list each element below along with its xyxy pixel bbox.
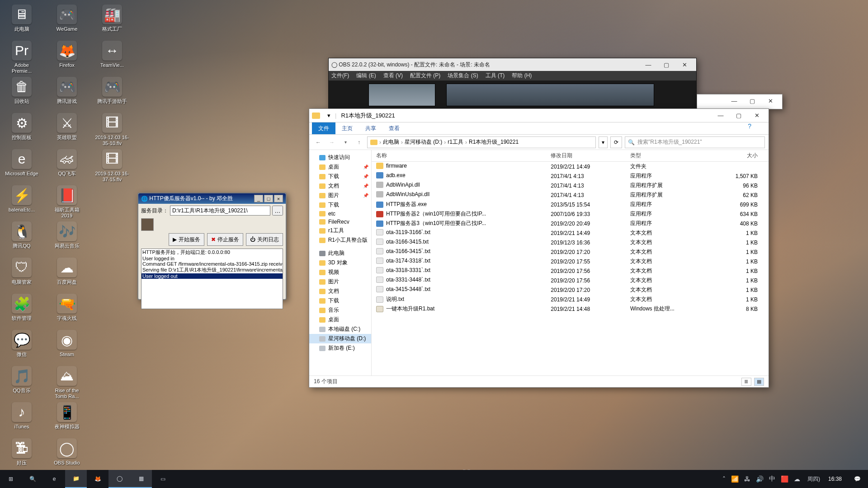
nav-tree-item[interactable]: 桌面 — [309, 315, 371, 324]
obs-menu-item[interactable]: 配置文件 (P) — [410, 72, 440, 80]
background-window-titlebar[interactable]: — ▢ ✕ — [697, 94, 782, 107]
file-row[interactable]: ota-3174-3318`.txt 2019/2/20 17:55 文本文档 … — [372, 257, 769, 266]
desktop-icon[interactable]: 🎮 腾讯手游助手 — [94, 76, 130, 112]
desktop-icon[interactable]: 🐧 腾讯QQ — [4, 221, 40, 257]
obs-menu-item[interactable]: 文件(F) — [331, 72, 349, 80]
tray-icon[interactable]: ˄ — [722, 475, 726, 483]
desktop-icon[interactable]: ⚙ 控制面板 — [4, 112, 40, 148]
desktop-icon[interactable]: ◉ Steam — [49, 329, 85, 365]
explorer-window[interactable]: ▾ | R1本地升级_190221 — ▢ ✕ 文件主页共享查看 ? ← → ▾… — [309, 108, 769, 388]
desktop-icon[interactable]: ⚡ balenaEtc... — [4, 184, 40, 221]
obs-menu-item[interactable]: 帮助 (H) — [512, 72, 532, 80]
tray-icon[interactable]: 🔊 — [756, 475, 764, 483]
taskbar-clock[interactable]: 16:38 — [824, 476, 846, 482]
bgwin-min-button[interactable]: — — [725, 96, 743, 106]
desktop-icon[interactable]: 🖥 此电脑 — [4, 4, 40, 40]
file-row[interactable]: adb.exe 2017/4/1 4:13 应用程序 1,507 KB — [372, 171, 769, 181]
desktop-icon[interactable]: 📱 夜神模拟器 — [49, 401, 85, 437]
taskbar-explorer-button[interactable]: 📁 — [65, 470, 87, 488]
breadcrumb-segment[interactable]: r1工具 — [448, 138, 463, 146]
notifications-button[interactable]: 💬 — [846, 470, 868, 488]
obs-menu-item[interactable]: 查看 (V) — [383, 72, 403, 80]
desktop-icon[interactable]: ↔ TeamVie... — [94, 40, 130, 76]
col-type[interactable]: 类型 — [626, 150, 697, 162]
taskbar-firefox-button[interactable]: 🦊 — [87, 470, 108, 488]
explorer-close-button[interactable]: ✕ — [748, 111, 766, 121]
tray-icon[interactable]: 📶 — [731, 475, 739, 483]
desktop-icon[interactable]: 🦊 Firefox — [49, 40, 85, 76]
taskbar-search-button[interactable]: 🔍 — [22, 470, 43, 488]
http-max-button[interactable]: □ — [264, 195, 273, 202]
view-details-button[interactable]: ≣ — [741, 378, 751, 386]
nav-back-button[interactable]: ← — [313, 137, 324, 148]
breadcrumb-segment[interactable]: R1本地升级_190221 — [469, 138, 519, 146]
view-icons-button[interactable]: ▦ — [754, 378, 764, 386]
nav-tree-item[interactable]: 下载 — [309, 200, 371, 210]
ribbon-tab[interactable]: 文件 — [312, 122, 335, 134]
nav-tree-item[interactable]: 本地磁盘 (C:) — [309, 324, 371, 334]
taskbar[interactable]: ⊞🔍e📁🦊◯▦▭ ˄📶🖧🔊中🟥☁ 周四) 16:38 💬 — [0, 470, 868, 488]
http-stop-button[interactable]: ✖停止服务 — [207, 233, 243, 246]
refresh-button[interactable]: ⟳ — [610, 136, 622, 148]
ribbon-tab[interactable]: 共享 — [359, 122, 382, 134]
nav-tree-item[interactable]: FileRecv — [309, 218, 371, 226]
bgwin-close-button[interactable]: ✕ — [761, 96, 779, 106]
crumbs-dropdown[interactable]: ▾ — [599, 136, 608, 148]
obs-close-button[interactable]: ✕ — [675, 60, 693, 70]
http-log-line[interactable]: Serving file D:\r1工具\R1本地升级_190221\firmw… — [142, 267, 283, 273]
nav-tree-item[interactable]: 星河移动盘 (D:) — [309, 334, 371, 343]
tray-icon[interactable]: 🟥 — [781, 475, 788, 483]
file-row[interactable]: firmware 2019/2/21 14:49 文件夹 — [372, 162, 769, 172]
desktop-icon[interactable]: 🎶 网易云音乐 — [49, 221, 85, 257]
http-browse-button[interactable]: … — [272, 206, 283, 216]
file-row[interactable]: ota-3166-3415.txt 2019/12/3 16:36 文本文档 1… — [372, 238, 769, 247]
desktop-icon[interactable]: 💬 微信 — [4, 329, 40, 365]
http-log-line[interactable]: User logged in — [142, 256, 283, 261]
tray-icon[interactable]: ☁ — [794, 475, 800, 483]
col-name[interactable]: 名称 — [372, 150, 546, 162]
taskbar-start-button[interactable]: ⊞ — [0, 470, 22, 488]
explorer-titlebar[interactable]: ▾ | R1本地升级_190221 — ▢ ✕ — [309, 109, 769, 122]
obs-min-button[interactable]: — — [639, 60, 657, 70]
nav-tree-item[interactable]: 此电脑 — [309, 249, 371, 258]
background-window[interactable]: — ▢ ✕ — [697, 94, 783, 109]
file-row[interactable]: ota-3119-3166`.txt 2019/2/21 14:49 文本文档 … — [372, 228, 769, 238]
breadcrumb-path[interactable]: › 此电脑›星河移动盘 (D:)›r1工具›R1本地升级_190221 — [367, 136, 596, 148]
taskbar-cmd-button[interactable]: ▭ — [152, 470, 174, 488]
bgwin-max-button[interactable]: ▢ — [743, 96, 761, 106]
col-date[interactable]: 修改日期 — [546, 150, 626, 162]
taskbar-edge-button[interactable]: e — [43, 470, 65, 488]
http-start-button[interactable]: ▶开始服务 — [169, 233, 204, 246]
http-closelog-button[interactable]: ⏻关闭日志 — [246, 233, 283, 246]
explorer-max-button[interactable]: ▢ — [730, 111, 748, 121]
taskbar-http-button[interactable]: ▦ — [130, 470, 152, 488]
http-close-button[interactable]: × — [274, 195, 283, 202]
nav-tree-item[interactable]: 快速访问 — [309, 153, 371, 162]
desktop-icon[interactable]: 🎞 2019-12-03 16-37-15.flv — [94, 148, 130, 184]
nav-tree-item[interactable]: etc — [309, 210, 371, 218]
desktop-icon[interactable]: 🗜 好压 — [4, 437, 40, 474]
file-row[interactable]: HTTP服务器3（win10可用但要自己找IP... 2019/2/20 20:… — [372, 219, 769, 228]
explorer-nav-tree[interactable]: 快速访问 桌面📌 下载📌 文档📌 图片📌 下载 etc FileRecv r1工… — [309, 150, 372, 375]
file-row[interactable]: 说明.txt 2019/2/21 14:49 文本文档 1 KB — [372, 295, 769, 304]
system-tray[interactable]: ˄📶🖧🔊中🟥☁ — [719, 475, 804, 483]
nav-tree-item[interactable]: R1小工具整合版 — [309, 235, 371, 245]
desktop-icon[interactable]: 🎮 WeGame — [49, 4, 85, 40]
http-log-pane[interactable]: HTTP服务开始，开始端口是: 0.0.0.0:80User logged in… — [141, 249, 283, 309]
desktop-icon[interactable]: 🗑 回收站 — [4, 76, 40, 112]
nav-tree-item[interactable]: 新加卷 (E:) — [309, 343, 371, 353]
file-row[interactable]: ota-3318-3331`.txt 2019/2/20 17:56 文本文档 … — [372, 266, 769, 276]
file-row[interactable]: HTTP服务器.exe 2013/5/15 15:54 应用程序 699 KB — [372, 200, 769, 209]
explorer-min-button[interactable]: — — [712, 111, 730, 121]
nav-forward-button[interactable]: → — [326, 137, 337, 148]
nav-tree-item[interactable]: 视频 — [309, 267, 371, 277]
desktop-icon[interactable]: 🛡 电脑管家 — [4, 257, 40, 293]
obs-menu-item[interactable]: 编辑 (E) — [356, 72, 376, 80]
http-log-line[interactable]: Command GET /firmware/incremental-ota-31… — [142, 261, 283, 267]
desktop-icon[interactable]: ♪ iTunes — [4, 401, 40, 437]
desktop-icon[interactable]: 🏎 QQ飞车 — [49, 148, 85, 184]
desktop-icon[interactable]: 🎵 QQ音乐 — [4, 365, 40, 401]
breadcrumb-segment[interactable]: 此电脑 — [383, 138, 399, 146]
breadcrumb-segment[interactable]: 星河移动盘 (D:) — [405, 138, 442, 146]
tray-icon[interactable]: 中 — [769, 475, 775, 483]
